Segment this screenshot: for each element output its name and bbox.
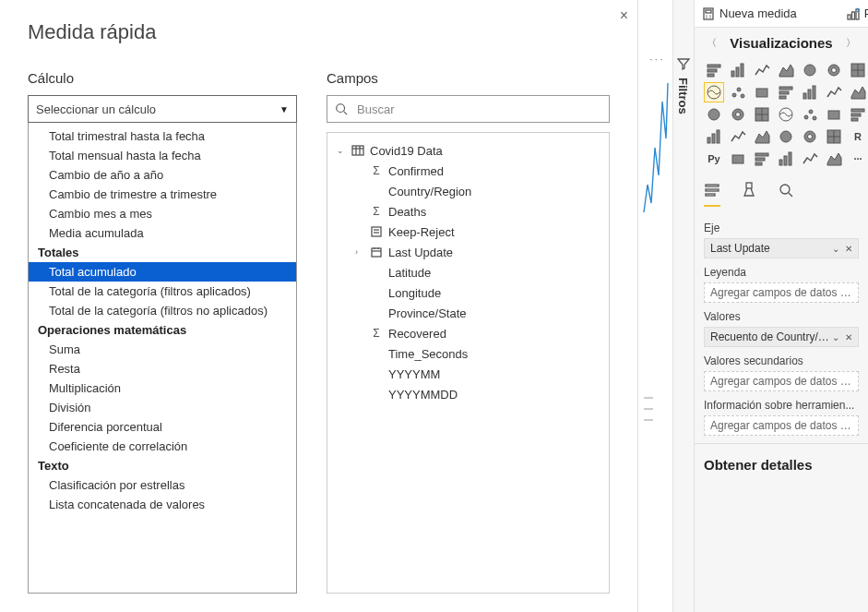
calc-option[interactable]: Total de la categoría (filtros aplicados…: [29, 282, 296, 301]
calc-option[interactable]: Cambio mes a mes: [29, 204, 296, 223]
fields-label: Campos: [327, 70, 610, 86]
viz-powerapps[interactable]: [824, 149, 844, 169]
viz-gauge[interactable]: [848, 104, 868, 125]
fields-tree[interactable]: ⌄ Covid19 Data ΣConfirmedCountry/RegionΣ…: [327, 132, 610, 594]
viz-treemap[interactable]: [752, 104, 772, 125]
viz-stacked-bar[interactable]: [704, 60, 724, 80]
field-row[interactable]: ΣConfirmed: [333, 161, 603, 181]
viz-table[interactable]: [800, 126, 820, 147]
viz-card[interactable]: [704, 126, 724, 147]
field-row[interactable]: Province/State: [333, 303, 603, 323]
fields-search-input[interactable]: [355, 102, 601, 117]
field-row[interactable]: Time_Seconds: [333, 343, 603, 364]
format-tab[interactable]: [741, 182, 757, 207]
fields-search[interactable]: [327, 95, 610, 123]
calc-option[interactable]: Resta: [29, 359, 296, 378]
svg-rect-62: [712, 134, 715, 143]
more-icon[interactable]: ···: [649, 52, 665, 66]
calc-option[interactable]: Total trimestral hasta la fecha: [29, 126, 296, 146]
viz-stacked-column[interactable]: [800, 60, 820, 80]
viz-key-influencers[interactable]: [728, 149, 748, 169]
field-label: Province/State: [388, 306, 467, 320]
viz-qna[interactable]: [776, 149, 796, 169]
calc-option[interactable]: Cambio de trimestre a trimestre: [29, 185, 296, 204]
calc-option[interactable]: Total mensual hasta la fecha: [29, 146, 296, 165]
field-row[interactable]: Keep-Reject: [333, 222, 603, 242]
calc-option[interactable]: Cambio de año a año: [29, 165, 296, 185]
viz-scatter[interactable]: [848, 82, 868, 102]
calc-option[interactable]: Lista concatenada de valores: [29, 495, 296, 514]
calculation-listbox[interactable]: Total trimestral hasta la fechaTotal men…: [28, 123, 297, 594]
field-row[interactable]: YYYYMM: [333, 364, 603, 384]
new-measure-button[interactable]: Nueva medida: [702, 6, 797, 20]
chevron-down-icon[interactable]: ⌄: [832, 244, 839, 254]
viz-line-stacked-column[interactable]: [752, 82, 772, 102]
values-well[interactable]: Recuento de Country/Re ⌄✕: [704, 327, 859, 347]
field-row[interactable]: ΣRecovered: [333, 323, 603, 343]
calc-option[interactable]: Clasificación por estrellas: [29, 475, 296, 495]
viz-decomposition-tree[interactable]: [752, 149, 772, 169]
calc-option[interactable]: Multiplicación: [29, 378, 296, 398]
axis-well[interactable]: Last Update ⌄✕: [704, 238, 859, 258]
publish-button[interactable]: Publica: [847, 6, 868, 20]
viz-map[interactable]: [776, 104, 796, 125]
viz-r-visual[interactable]: R: [848, 126, 868, 147]
viz-multi-row-card[interactable]: [728, 126, 748, 147]
drag-handle[interactable]: [644, 397, 653, 421]
viz-matrix[interactable]: [824, 126, 844, 147]
viz-line-clustered-column[interactable]: [776, 82, 796, 102]
calc-option[interactable]: Total acumulado: [29, 262, 296, 282]
viz-ribbon[interactable]: [800, 82, 820, 102]
analytics-tab[interactable]: [778, 182, 794, 207]
viz-slicer[interactable]: [776, 126, 796, 147]
viz-filled-map[interactable]: [800, 104, 820, 125]
field-row[interactable]: YYYYMMDD: [333, 384, 603, 404]
calculation-column: Cálculo Seleccionar un cálculo ▼ Total t…: [28, 70, 297, 594]
viz-funnel[interactable]: [824, 104, 844, 125]
sigma-icon: Σ: [370, 327, 383, 340]
svg-rect-60: [851, 118, 858, 121]
calc-option[interactable]: Diferencia porcentual: [29, 417, 296, 437]
calculation-select[interactable]: Seleccionar un cálculo ▼: [28, 95, 297, 123]
chevron-left-icon[interactable]: 〈: [704, 36, 719, 51]
viz-line[interactable]: [848, 60, 868, 80]
viz-python-visual[interactable]: Py: [704, 149, 724, 169]
viz-donut[interactable]: [728, 104, 748, 125]
tooltip-well[interactable]: Agregar campos de datos a...: [704, 415, 859, 436]
viz-waterfall[interactable]: [824, 82, 844, 102]
viz-clustered-bar[interactable]: [728, 60, 748, 80]
drill-section-title: Obtener detalles: [695, 443, 868, 480]
calc-option[interactable]: División: [29, 398, 296, 417]
viz-stacked-bar-100[interactable]: [752, 60, 772, 80]
fields-tab[interactable]: [704, 182, 720, 207]
viz-area[interactable]: [704, 82, 724, 102]
field-row[interactable]: ΣDeaths: [333, 201, 603, 222]
legend-well[interactable]: Agregar campos de datos a...: [704, 282, 859, 303]
field-row[interactable]: Country/Region: [333, 181, 603, 201]
viz-clustered-column[interactable]: [776, 60, 796, 80]
calc-group: Operaciones matemáticas: [29, 320, 296, 340]
field-row[interactable]: ›Last Update: [333, 242, 603, 262]
calc-option[interactable]: Coeficiente de correlación: [29, 437, 296, 456]
close-icon[interactable]: ×: [620, 7, 628, 24]
viz-pie[interactable]: [704, 104, 724, 125]
viz-kpi[interactable]: [752, 126, 772, 147]
viz-stacked-area[interactable]: [728, 82, 748, 102]
field-row[interactable]: Latitude: [333, 262, 603, 282]
svg-point-55: [809, 110, 813, 114]
filters-pane-collapsed[interactable]: Filtros: [673, 0, 695, 612]
viz-stacked-column-100[interactable]: [824, 60, 844, 80]
table-row[interactable]: ⌄ Covid19 Data: [333, 140, 603, 161]
field-row[interactable]: Longitude: [333, 282, 603, 303]
viz-paginated[interactable]: [800, 149, 820, 169]
remove-field-icon[interactable]: ✕: [845, 244, 852, 254]
secondary-well[interactable]: Agregar campos de datos a...: [704, 371, 859, 391]
calc-option[interactable]: Total de la categoría (filtros no aplica…: [29, 301, 296, 320]
calc-option[interactable]: Media acumulada: [29, 223, 296, 243]
remove-field-icon[interactable]: ✕: [845, 332, 852, 342]
chevron-right-icon[interactable]: 〉: [844, 36, 859, 51]
svg-rect-22: [851, 12, 854, 19]
viz-more[interactable]: ···: [848, 149, 868, 169]
chevron-down-icon[interactable]: ⌄: [832, 332, 839, 342]
calc-option[interactable]: Suma: [29, 340, 296, 359]
